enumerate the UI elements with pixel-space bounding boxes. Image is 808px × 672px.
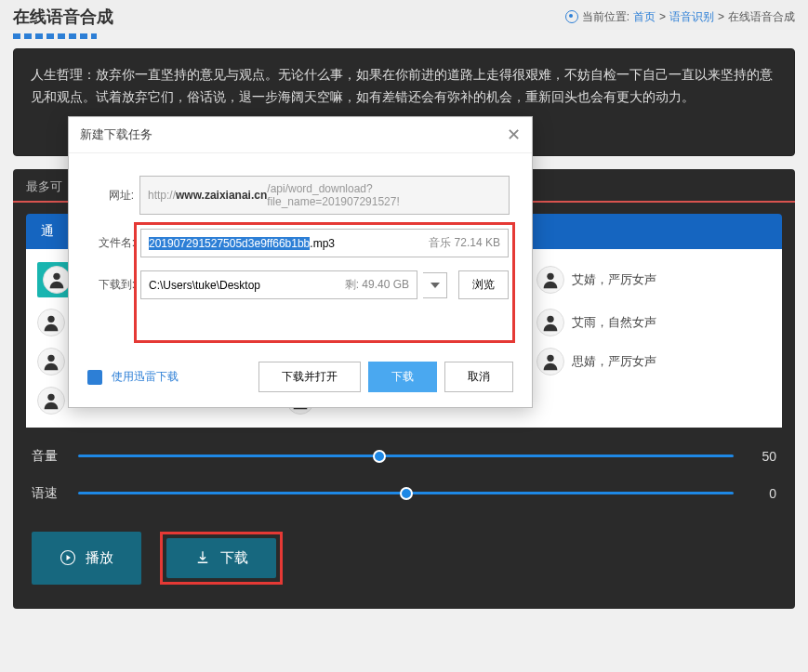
volume-slider[interactable] [78,455,734,457]
file-meta: 音乐 72.14 KB [429,235,500,251]
thunder-link[interactable]: 使用迅雷下载 [112,369,179,385]
avatar-icon [536,309,564,336]
svg-point-2 [47,315,54,322]
path-meta: 剩: 49.40 GB [345,277,409,293]
speed-value: 0 [748,486,776,501]
avatar-icon [37,309,65,336]
filename-label: 文件名: [92,235,135,251]
page-title: 在线语音合成 [13,6,113,28]
header-accent [13,33,97,39]
voice-label: 思婧，严厉女声 [572,353,656,370]
voice-option[interactable]: 思婧，严厉女声 [536,348,771,376]
svg-point-7 [47,393,54,400]
download-button[interactable]: 下载 [166,538,276,578]
speed-slider[interactable] [78,492,734,494]
voice-option[interactable]: 艾雨，自然女声 [536,309,771,336]
svg-point-6 [547,354,553,361]
chevron-down-icon [430,283,440,288]
browse-button[interactable]: 浏览 [458,270,509,299]
voice-option[interactable]: 艾婧，严厉女声 [536,262,771,297]
url-field[interactable]: http://www.zaixianai.cn/api/word_downloa… [139,176,510,215]
volume-label: 音量 [32,448,63,465]
download-label: 下载 [220,549,248,567]
filename-selected: 201907291527505d3e9ff66b1bb [149,237,310,250]
location-icon [565,10,578,23]
svg-point-0 [53,272,60,279]
breadcrumb: 当前位置: 首页 > 语音识别 > 在线语音合成 [565,9,795,25]
download-highlight: 下载 [160,532,283,585]
thunder-icon [87,370,102,385]
svg-point-4 [47,354,54,361]
volume-value: 50 [748,449,776,464]
download-icon [194,549,211,566]
url-label: 网址: [91,188,134,204]
volume-thumb[interactable] [373,450,386,463]
avatar-icon [536,266,564,294]
avatar-icon [536,348,564,376]
download-confirm-button[interactable]: 下载 [368,362,437,392]
cancel-button[interactable]: 取消 [444,362,513,392]
download-open-button[interactable]: 下载并打开 [258,362,361,392]
close-icon[interactable]: ✕ [507,125,521,145]
avatar-icon [37,387,65,415]
path-dropdown[interactable] [423,272,447,298]
fields-highlight: 文件名: 201907291527505d3e9ff66b1bb.mp3 音乐 … [134,222,515,343]
voice-label: 艾婧，严厉女声 [572,271,656,288]
speed-label: 语速 [32,485,63,502]
play-label: 播放 [86,549,113,567]
avatar-icon [37,348,65,376]
play-button[interactable]: 播放 [32,532,141,585]
loc-label: 当前位置: [582,9,629,25]
modal-title: 新建下载任务 [80,126,152,143]
download-modal: 新建下载任务 ✕ 网址: http://www.zaixianai.cn/api… [68,116,533,408]
filename-field[interactable]: 201907291527505d3e9ff66b1bb.mp3 音乐 72.14… [140,229,509,257]
bc-current: 在线语音合成 [728,9,795,25]
voice-label: 艾雨，自然女声 [572,314,656,331]
avatar-icon [43,266,71,294]
bc-home[interactable]: 首页 [633,9,656,25]
path-field[interactable]: C:\Users\tuke\Desktop 剩: 49.40 GB [140,270,417,299]
svg-point-3 [547,315,553,322]
svg-point-1 [547,272,553,279]
quote-text: 人生哲理：放弃你一直坚持的意见与观点。无论什么事，如果在你前进的道路上走得很艰难… [31,64,777,109]
play-icon [60,549,76,566]
speed-thumb[interactable] [400,487,413,500]
path-label: 下载到: [92,277,135,293]
bc-speech[interactable]: 语音识别 [669,9,714,25]
